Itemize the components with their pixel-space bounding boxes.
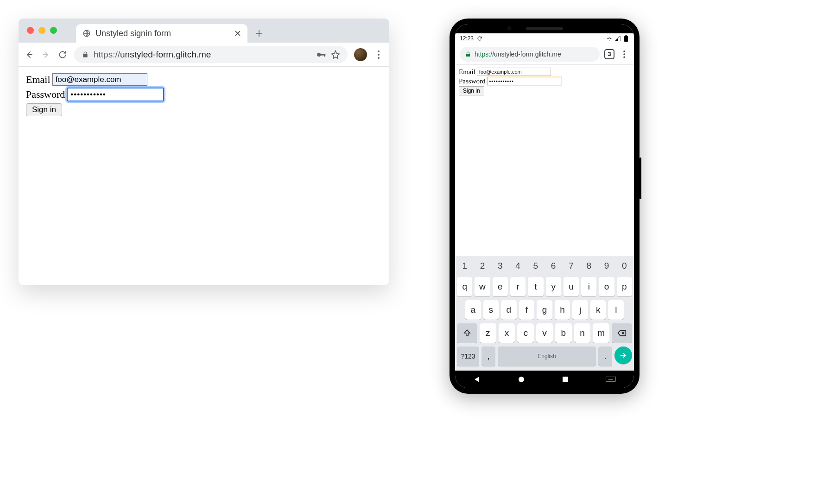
key-q[interactable]: q (457, 277, 472, 296)
key-k[interactable]: k (590, 300, 606, 320)
key-b[interactable]: b (555, 323, 572, 343)
key-0[interactable]: 0 (617, 258, 632, 273)
key-8[interactable]: 8 (581, 258, 596, 273)
key-t[interactable]: t (528, 277, 543, 296)
kebab-menu-icon[interactable] (374, 50, 384, 59)
tab-title: Unstyled signin form (95, 29, 230, 38)
mobile-address-bar[interactable]: https://unstyled-form.glitch.me (460, 47, 600, 62)
forward-button[interactable] (41, 50, 51, 60)
email-field[interactable] (52, 73, 147, 86)
key-j[interactable]: j (572, 300, 588, 320)
key-g[interactable]: g (537, 300, 552, 320)
enter-key[interactable] (614, 346, 632, 364)
password-label: Password (26, 88, 65, 101)
lock-icon (465, 51, 471, 57)
key-5[interactable]: 5 (528, 258, 543, 273)
key-v[interactable]: v (536, 323, 553, 343)
key-e[interactable]: e (493, 277, 508, 296)
key-s[interactable]: s (483, 300, 499, 320)
key-r[interactable]: r (510, 277, 526, 296)
key-6[interactable]: 6 (546, 258, 561, 273)
nav-recent-button[interactable] (561, 375, 570, 384)
password-field[interactable] (67, 88, 164, 101)
back-button[interactable] (24, 50, 34, 60)
soft-keyboard: 1234567890 qwertyuiop asdfghjkl zxcvbnm … (455, 256, 634, 371)
svg-rect-7 (624, 36, 628, 42)
wifi-icon (606, 35, 613, 42)
key-z[interactable]: z (480, 323, 496, 343)
window-zoom-button[interactable] (50, 27, 57, 34)
svg-rect-14 (606, 377, 616, 381)
key-l[interactable]: l (608, 300, 624, 320)
key-m[interactable]: m (593, 323, 609, 343)
space-key[interactable]: English (498, 346, 596, 366)
svg-point-11 (623, 56, 625, 58)
signal-icon (614, 35, 621, 42)
profile-avatar[interactable] (354, 48, 367, 61)
window-minimize-button[interactable] (38, 27, 45, 34)
key-4[interactable]: 4 (510, 258, 526, 273)
phone-device: 12:23 (450, 19, 640, 394)
email-field[interactable] (477, 68, 551, 76)
nav-home-button[interactable] (517, 375, 526, 384)
browser-tab[interactable]: Unstyled signin form (76, 24, 247, 43)
new-tab-button[interactable] (252, 26, 266, 40)
globe-icon (82, 29, 91, 38)
phone-camera (507, 26, 511, 30)
desktop-browser-window: Unstyled signin form https://unstyled-fo… (19, 19, 389, 285)
comma-key[interactable]: , (481, 346, 495, 366)
signin-button[interactable]: Sign in (26, 103, 62, 116)
key-2[interactable]: 2 (475, 258, 490, 273)
key-w[interactable]: w (475, 277, 490, 296)
key-3[interactable]: 3 (493, 258, 508, 273)
key-c[interactable]: c (517, 323, 534, 343)
key-9[interactable]: 9 (599, 258, 614, 273)
key-1[interactable]: 1 (457, 258, 472, 273)
android-nav-bar (455, 371, 634, 388)
window-close-button[interactable] (27, 27, 34, 34)
signin-button[interactable]: Sign in (459, 86, 484, 95)
address-bar[interactable]: https://unstyled-form.glitch.me (74, 46, 348, 63)
key-icon[interactable] (317, 51, 326, 58)
key-n[interactable]: n (574, 323, 591, 343)
status-time: 12:23 (460, 35, 474, 42)
browser-toolbar: https://unstyled-form.glitch.me (19, 43, 389, 67)
period-key[interactable]: . (598, 346, 612, 366)
status-bar: 12:23 (455, 33, 634, 44)
mobile-page-content: Email Password Sign in (455, 65, 634, 256)
page-content: Email Password Sign in (19, 67, 389, 285)
kebab-menu-icon[interactable] (619, 50, 629, 58)
lock-icon (82, 51, 89, 58)
key-a[interactable]: a (465, 300, 481, 320)
key-y[interactable]: y (546, 277, 561, 296)
password-field[interactable] (487, 77, 561, 85)
key-h[interactable]: h (555, 300, 570, 320)
key-f[interactable]: f (519, 300, 535, 320)
email-label: Email (26, 74, 51, 86)
svg-rect-3 (324, 54, 325, 57)
sync-icon (476, 35, 483, 42)
key-p[interactable]: p (617, 277, 632, 296)
shift-key[interactable] (457, 323, 477, 343)
star-icon[interactable] (331, 50, 340, 59)
symbols-key[interactable]: ?123 (457, 346, 479, 366)
key-o[interactable]: o (599, 277, 614, 296)
key-u[interactable]: u (564, 277, 579, 296)
svg-point-4 (378, 50, 380, 52)
tab-switcher-button[interactable]: 3 (604, 49, 614, 59)
keyboard-switcher-button[interactable] (605, 375, 617, 384)
close-icon[interactable] (234, 30, 241, 37)
reload-button[interactable] (57, 50, 68, 60)
backspace-key[interactable] (612, 323, 632, 343)
nav-back-button[interactable] (473, 375, 482, 384)
mobile-url-text: https://unstyled-form.glitch.me (475, 50, 561, 58)
mobile-toolbar: https://unstyled-form.glitch.me 3 (455, 44, 634, 65)
key-7[interactable]: 7 (564, 258, 579, 273)
key-i[interactable]: i (581, 277, 596, 296)
svg-point-12 (519, 377, 524, 382)
key-d[interactable]: d (501, 300, 517, 320)
key-x[interactable]: x (499, 323, 515, 343)
svg-rect-8 (626, 35, 627, 36)
svg-point-6 (378, 57, 380, 59)
svg-point-5 (378, 54, 380, 56)
